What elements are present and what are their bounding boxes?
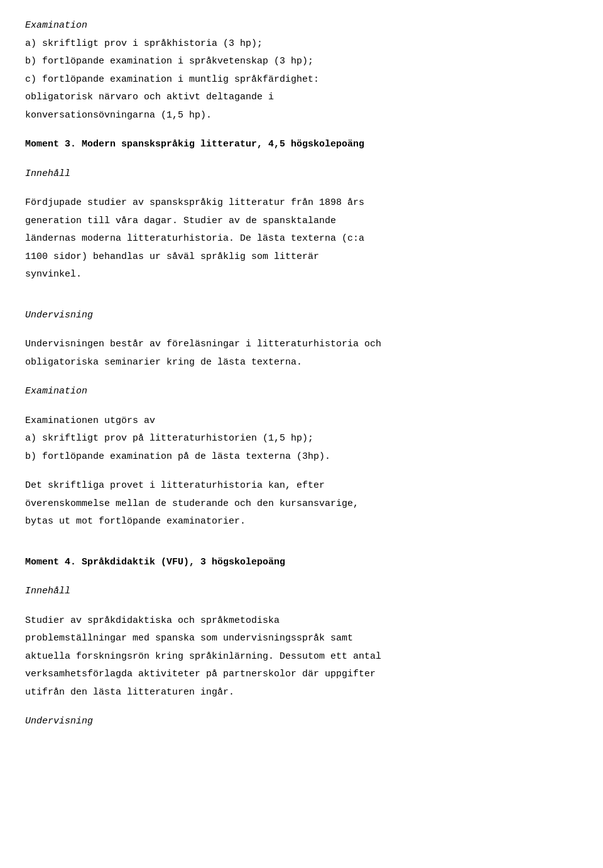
text-line: Examinationen utgörs av xyxy=(25,414,578,429)
spacer-11 xyxy=(25,544,578,556)
examination-2-text: Examinationen utgörs ava) skriftligt pro… xyxy=(25,414,578,464)
spacer-1 xyxy=(25,126,578,138)
text-line: verksamhetsförlagda aktiviteter på partn… xyxy=(25,667,578,682)
text-line: Studier av språkdidaktiska och språkmeto… xyxy=(25,614,578,629)
undervisning-1-heading: Undervisning xyxy=(25,309,578,323)
spacer-4 xyxy=(25,286,578,297)
text-line: Fördjupade studier av spanskspråkig litt… xyxy=(25,196,578,211)
text-line: obligatorisk närvaro och aktivt deltagan… xyxy=(25,91,578,105)
text-line: bytas ut mot fortlöpande examinatorier. xyxy=(25,515,578,529)
text-line: generation till våra dagar. Studier av d… xyxy=(25,214,578,229)
text-line: a) skriftligt prov i språkhistoria (3 hp… xyxy=(25,37,578,52)
undervisning-1-text: Undervisningen består av föreläsningar i… xyxy=(25,338,578,370)
examination-2-heading: Examination xyxy=(25,385,578,399)
spacer-13 xyxy=(25,603,578,614)
text-line: Det skriftliga provet i litteraturhistor… xyxy=(25,479,578,493)
spacer-3 xyxy=(25,185,578,196)
spacer-2 xyxy=(25,156,578,167)
examination-2-extra: Det skriftliga provet i litteraturhistor… xyxy=(25,479,578,529)
spacer-14 xyxy=(25,703,578,715)
innehall-2-text: Studier av språkdidaktiska och språkmeto… xyxy=(25,614,578,700)
spacer-8 xyxy=(25,403,578,414)
text-line: ländernas moderna litteraturhistoria. De… xyxy=(25,232,578,246)
text-line: b) fortlöpande examination i språkvetens… xyxy=(25,55,578,69)
text-line: c) fortlöpande examination i muntlig spr… xyxy=(25,73,578,87)
exam-list-1: a) skriftligt prov i språkhistoria (3 hp… xyxy=(25,37,578,123)
text-line: aktuella forskningsrön kring språkinlärn… xyxy=(25,650,578,664)
text-line: b) fortlöpande examination på de lästa t… xyxy=(25,450,578,464)
text-line: obligatoriska seminarier kring de lästa … xyxy=(25,356,578,370)
moment3-heading: Moment 3. Modern spanskspråkig litteratu… xyxy=(25,138,578,152)
innehall-1-heading: Innehåll xyxy=(25,167,578,182)
moment4-heading: Moment 4. Språkdidaktik (VFU), 3 högskol… xyxy=(25,556,578,570)
text-line: utifrån den lästa litteraturen ingår. xyxy=(25,686,578,700)
undervisning-2-heading: Undervisning xyxy=(25,715,578,729)
page-content: Examinationa) skriftligt prov i språkhis… xyxy=(25,19,578,729)
text-line: problemställningar med spanska som under… xyxy=(25,632,578,646)
spacer-5 xyxy=(25,297,578,309)
text-line: a) skriftligt prov på litteraturhistorie… xyxy=(25,432,578,446)
text-line: överenskommelse mellan de studerande och… xyxy=(25,497,578,512)
text-line: Undervisningen består av föreläsningar i… xyxy=(25,338,578,352)
text-line: synvinkel. xyxy=(25,268,578,282)
spacer-6 xyxy=(25,326,578,338)
innehall-2-heading: Innehåll xyxy=(25,585,578,599)
spacer-7 xyxy=(25,373,578,385)
text-line: konversationsövningarna (1,5 hp). xyxy=(25,109,578,123)
spacer-9 xyxy=(25,468,578,479)
spacer-10 xyxy=(25,533,578,544)
text-line: 1100 sidor) behandlas ur såväl språklig … xyxy=(25,250,578,265)
spacer-12 xyxy=(25,573,578,585)
innehall-1-text: Fördjupade studier av spanskspråkig litt… xyxy=(25,196,578,282)
examination-header-1: Examination xyxy=(25,19,578,33)
